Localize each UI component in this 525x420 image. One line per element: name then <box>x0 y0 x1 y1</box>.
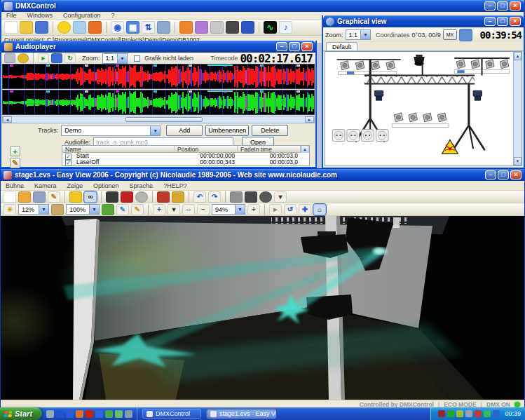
quick-launch-red-icon[interactable] <box>86 410 93 418</box>
menu-item[interactable]: Windows <box>27 12 53 19</box>
minimize-button[interactable] <box>485 170 496 179</box>
scroll-left-icon[interactable] <box>3 116 12 123</box>
theater-masks-icon[interactable] <box>195 21 208 34</box>
menu-item[interactable]: Kamera <box>34 182 57 189</box>
menu-item[interactable]: Optionen <box>93 182 119 189</box>
layout-lock-icon[interactable] <box>459 29 472 41</box>
ambient-zoom-combo[interactable]: 12% <box>18 204 49 215</box>
more-dropdown-icon[interactable]: ▾ <box>274 191 287 203</box>
tray-red-icon[interactable] <box>475 410 482 417</box>
menu-item[interactable]: Sprache <box>130 182 154 189</box>
home-view-icon[interactable]: ⌂ <box>313 204 326 215</box>
scroll-down-icon[interactable] <box>514 157 521 165</box>
rename-button[interactable]: Umbenennen <box>205 125 249 136</box>
device-icon[interactable] <box>210 21 224 34</box>
dmx-sync-icon[interactable] <box>51 53 62 63</box>
speaker-box-icon[interactable] <box>88 21 102 34</box>
light-bulb-icon[interactable]: ☀ <box>4 204 16 215</box>
cd-icon[interactable] <box>18 53 29 63</box>
close-button[interactable] <box>301 42 313 51</box>
updown-arrows-icon[interactable]: ⇅ <box>142 21 155 34</box>
chevron-down-icon[interactable] <box>360 30 370 39</box>
reload-icon[interactable]: ↻ <box>64 53 76 63</box>
tracks-combo[interactable]: Demo <box>61 126 161 136</box>
maximize-button[interactable] <box>498 170 509 179</box>
menu-item[interactable]: Bühne <box>6 182 24 189</box>
channel-grid-icon[interactable]: ▦ <box>126 21 139 34</box>
waveform-scrollbar[interactable] <box>2 116 315 123</box>
pan-view-icon[interactable]: ✚ <box>299 204 311 215</box>
pen-color-icon[interactable]: ✎ <box>131 204 144 215</box>
pen-blue-icon[interactable]: ✎ <box>116 204 129 215</box>
menu-item[interactable]: ? <box>111 12 115 19</box>
audio-speaker-icon[interactable] <box>226 21 239 34</box>
graphical-view-vscrollbar[interactable] <box>513 52 521 165</box>
chevron-down-icon[interactable] <box>235 205 245 214</box>
waveform-monitor-icon[interactable]: ∿ <box>264 21 277 34</box>
edit-cue-button[interactable]: ✎ <box>10 158 20 168</box>
menu-item[interactable]: Zeige <box>67 182 83 189</box>
scrollbar-thumb[interactable] <box>125 117 203 122</box>
3d-glasses-icon[interactable]: ∞ <box>84 191 97 203</box>
scale-combo[interactable]: 100% <box>66 204 100 215</box>
waveform-right-channel[interactable] <box>2 90 315 115</box>
effects-icon[interactable] <box>179 21 193 34</box>
close-button[interactable] <box>510 17 521 26</box>
submaster-icon[interactable] <box>157 21 170 34</box>
graphical-view-titlebar[interactable]: Graphical view <box>323 15 524 27</box>
cube-icon[interactable] <box>73 21 86 34</box>
tray-status-icon[interactable] <box>484 410 491 417</box>
red-object-icon[interactable] <box>157 191 170 203</box>
save-stage-icon[interactable] <box>33 191 46 203</box>
menu-item[interactable]: ?HELP? <box>163 182 187 189</box>
cue-enabled-checkbox[interactable] <box>65 160 71 166</box>
add-cue-button[interactable]: + <box>10 146 20 156</box>
graphical-view-canvas[interactable] <box>325 51 522 166</box>
palette-icon[interactable] <box>102 204 114 215</box>
quick-launch-word-icon[interactable] <box>66 410 74 418</box>
quick-launch-green-icon[interactable] <box>105 410 113 418</box>
open-project-icon[interactable] <box>20 21 33 34</box>
chevron-down-icon[interactable] <box>39 205 48 214</box>
viewport-zoom-combo[interactable]: 94% <box>212 204 245 215</box>
close-button[interactable] <box>510 1 521 11</box>
maximize-button[interactable] <box>497 17 508 26</box>
tab-default[interactable]: Default <box>326 42 357 50</box>
open-stage-icon[interactable] <box>18 191 31 203</box>
maximize-button[interactable] <box>497 1 508 11</box>
tray-leaf-icon[interactable] <box>456 410 463 417</box>
maximize-button[interactable] <box>289 42 300 51</box>
tray-network-icon[interactable] <box>465 410 472 417</box>
audio-device-icon[interactable] <box>4 53 15 63</box>
tray-xp-icon[interactable] <box>493 410 500 417</box>
dmx-desk-icon[interactable] <box>121 191 133 203</box>
stage-3d-viewport[interactable] <box>1 216 524 400</box>
scroll-up-icon[interactable] <box>514 52 521 60</box>
snapshot-icon[interactable] <box>245 191 257 203</box>
chevron-down-icon[interactable] <box>150 126 160 135</box>
new-project-icon[interactable] <box>4 21 18 34</box>
tray-green-icon[interactable] <box>447 410 454 417</box>
sphere-icon[interactable] <box>135 191 148 203</box>
minimize-button[interactable] <box>484 17 496 26</box>
scroll-right-icon[interactable] <box>305 116 314 123</box>
quick-launch-gray-icon[interactable] <box>125 410 132 418</box>
waveform-left-channel[interactable] <box>2 64 315 89</box>
save-project-icon[interactable] <box>35 21 48 34</box>
zoom-combo[interactable]: 1:1 <box>346 29 371 40</box>
tray-volume-icon[interactable] <box>438 410 445 417</box>
window-view-icon[interactable] <box>172 191 184 203</box>
start-button[interactable]: Start <box>0 407 42 420</box>
quick-launch-blue-icon[interactable] <box>95 410 103 418</box>
lightbulb-icon[interactable] <box>57 21 71 34</box>
zoom-in-icon[interactable]: + <box>153 204 165 215</box>
fit-screen-icon[interactable]: ⇔ <box>182 204 195 215</box>
new-stage-icon[interactable] <box>4 191 16 203</box>
taskbar-item-dmxcontrol[interactable]: DMXControl <box>142 409 201 419</box>
play-icon[interactable]: ► <box>269 204 282 215</box>
grafik-checkbox[interactable] <box>134 55 140 62</box>
grid-toggle-button[interactable]: MX <box>443 29 458 40</box>
rotate-view-icon[interactable]: ↺ <box>284 204 296 215</box>
taskbar-item-easyview[interactable]: stage1.evs - Easy Vie... <box>206 409 276 419</box>
quick-launch-browser-icon[interactable] <box>76 410 83 418</box>
